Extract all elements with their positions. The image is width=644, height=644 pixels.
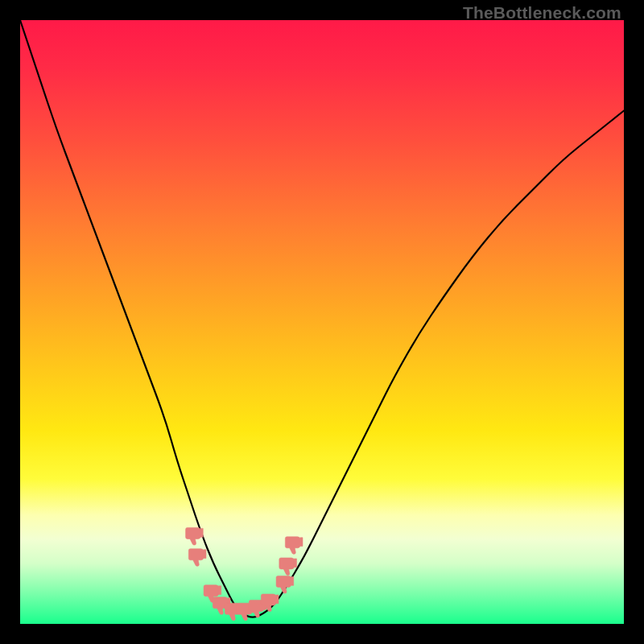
thumb-down-icon <box>285 537 303 555</box>
curve-path <box>20 20 624 617</box>
thumb-down-icon <box>188 549 206 567</box>
thumb-down-icon <box>276 576 294 593</box>
bottleneck-curve <box>20 20 624 617</box>
data-point-markers <box>186 527 303 620</box>
thumb-down-icon <box>186 527 204 545</box>
chart-svg <box>20 20 624 624</box>
chart-frame: TheBottleneck.com <box>0 0 644 644</box>
